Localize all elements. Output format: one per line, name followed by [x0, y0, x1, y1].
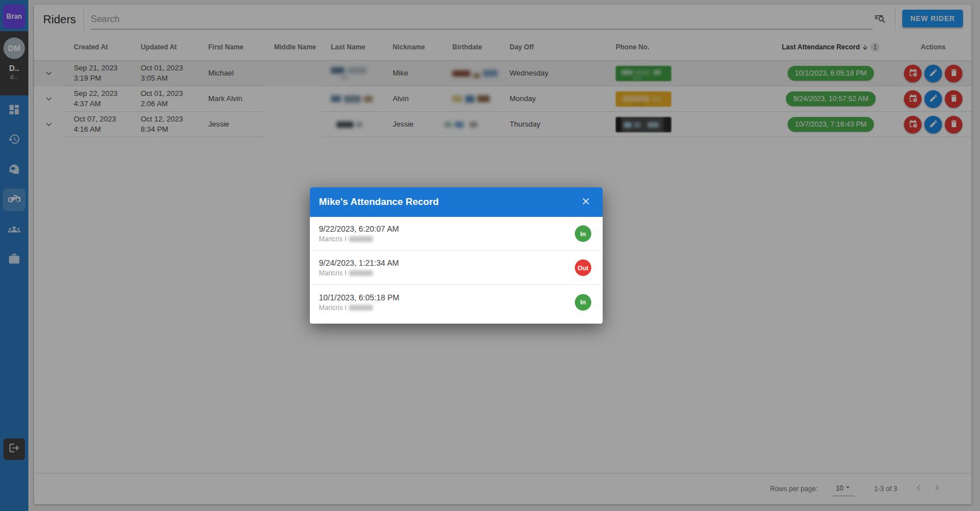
- close-icon: [581, 196, 591, 208]
- modal-header: Mike's Attendance Record: [310, 187, 603, 217]
- attendance-record-modal: Mike's Attendance Record 9/22/2023, 6:20…: [310, 187, 603, 324]
- modal-status-badge-0: In: [575, 225, 591, 242]
- modal-status-badge-1: Out: [575, 259, 591, 276]
- attendance-recorded-by: Maricris I: [319, 304, 575, 312]
- attendance-record-item: 9/22/2023, 6:20:07 AM Maricris I In: [310, 217, 603, 251]
- attendance-recorded-by: Maricris I: [319, 269, 575, 277]
- redacted-name-blob: [349, 305, 373, 311]
- attendance-recorded-by: Maricris I: [319, 235, 575, 243]
- redacted-name-blob: [349, 236, 373, 242]
- riders-page: Bran DM D.. d...: [0, 0, 980, 511]
- attendance-datetime: 9/22/2023, 6:20:07 AM: [319, 224, 575, 233]
- attendance-datetime: 10/1/2023, 6:05:18 PM: [319, 293, 575, 302]
- attendance-record-item: 10/1/2023, 6:05:18 PM Maricris I In: [310, 285, 603, 319]
- modal-status-badge-2: In: [575, 294, 591, 311]
- redacted-name-blob: [349, 270, 373, 276]
- attendance-datetime: 9/24/2023, 1:21:34 AM: [319, 258, 575, 267]
- modal-close-button[interactable]: [577, 193, 595, 211]
- modal-title: Mike's Attendance Record: [319, 196, 577, 208]
- attendance-record-item: 9/24/2023, 1:21:34 AM Maricris I Out: [310, 251, 603, 285]
